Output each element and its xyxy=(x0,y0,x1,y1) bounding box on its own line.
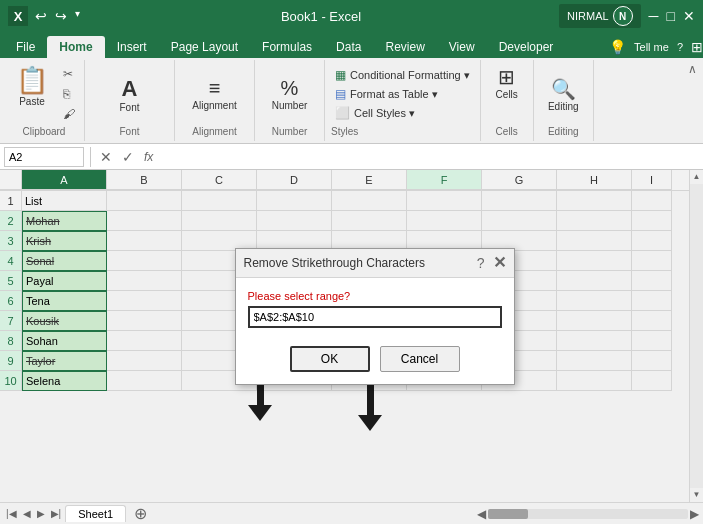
scroll-track[interactable] xyxy=(690,184,703,488)
grid-cell[interactable]: List xyxy=(22,191,107,211)
cells-btn[interactable]: ⊞ Cells xyxy=(487,62,527,103)
grid-cell[interactable] xyxy=(182,191,257,211)
tab-formulas[interactable]: Formulas xyxy=(250,36,324,58)
alignment-btn[interactable]: ≡ Alignment xyxy=(186,74,242,114)
tab-page-layout[interactable]: Page Layout xyxy=(159,36,250,58)
dialog-cancel-btn[interactable]: Cancel xyxy=(380,346,460,372)
grid-cell[interactable] xyxy=(557,371,632,391)
grid-cell[interactable]: Kousik xyxy=(22,311,107,331)
grid-cell[interactable] xyxy=(407,211,482,231)
confirm-formula-btn[interactable]: ✓ xyxy=(119,149,137,165)
hscroll-right[interactable]: ▶ xyxy=(690,507,699,521)
grid-cell[interactable]: Payal xyxy=(22,271,107,291)
grid-cell[interactable] xyxy=(107,291,182,311)
grid-cell[interactable] xyxy=(107,211,182,231)
tell-me[interactable]: Tell me xyxy=(634,41,669,53)
conditional-formatting-btn[interactable]: ▦ Conditional Formatting ▾ xyxy=(331,66,474,84)
grid-cell[interactable] xyxy=(632,251,672,271)
tab-insert[interactable]: Insert xyxy=(105,36,159,58)
grid-cell[interactable] xyxy=(557,191,632,211)
maximize-btn[interactable]: □ xyxy=(667,8,675,24)
grid-cell[interactable] xyxy=(107,231,182,251)
name-box[interactable] xyxy=(4,147,84,167)
grid-cell[interactable] xyxy=(107,271,182,291)
grid-cell[interactable] xyxy=(557,251,632,271)
grid-cell[interactable] xyxy=(632,311,672,331)
ribbon-expand-btn[interactable]: ∧ xyxy=(688,62,697,76)
share-icon[interactable]: ⊞ xyxy=(691,39,703,55)
sheet-nav-prev[interactable]: ◀ xyxy=(21,508,33,519)
grid-cell[interactable] xyxy=(482,211,557,231)
grid-cell[interactable]: Mohan xyxy=(22,211,107,231)
tab-home[interactable]: Home xyxy=(47,36,104,58)
vertical-scrollbar[interactable]: ▲ ▼ xyxy=(689,170,703,502)
dialog-ok-btn[interactable]: OK xyxy=(290,346,370,372)
grid-cell[interactable] xyxy=(257,211,332,231)
grid-cell[interactable] xyxy=(107,311,182,331)
sheet-nav-last[interactable]: ▶| xyxy=(49,508,64,519)
grid-cell[interactable] xyxy=(557,271,632,291)
grid-cell[interactable] xyxy=(632,211,672,231)
minimize-btn[interactable]: ─ xyxy=(649,8,659,24)
grid-cell[interactable] xyxy=(107,331,182,351)
grid-cell[interactable] xyxy=(632,291,672,311)
tab-data[interactable]: Data xyxy=(324,36,373,58)
format-painter-btn[interactable]: 🖌 xyxy=(60,106,78,122)
cut-btn[interactable]: ✂ xyxy=(60,66,78,82)
grid-cell[interactable] xyxy=(332,211,407,231)
grid-cell[interactable]: Selena xyxy=(22,371,107,391)
dialog-range-input[interactable] xyxy=(248,306,502,328)
cancel-formula-btn[interactable]: ✕ xyxy=(97,149,115,165)
user-info[interactable]: NIRMAL N xyxy=(559,4,641,28)
grid-cell[interactable] xyxy=(632,191,672,211)
grid-cell[interactable] xyxy=(557,311,632,331)
grid-cell[interactable]: Sonal xyxy=(22,251,107,271)
grid-cell[interactable] xyxy=(557,291,632,311)
grid-cell[interactable] xyxy=(107,191,182,211)
grid-cell[interactable] xyxy=(482,191,557,211)
number-btn[interactable]: % Number xyxy=(266,74,314,114)
grid-cell[interactable] xyxy=(557,331,632,351)
grid-cell[interactable] xyxy=(632,351,672,371)
format-as-table-btn[interactable]: ▤ Format as Table ▾ xyxy=(331,85,474,103)
hscroll-track[interactable] xyxy=(488,509,688,519)
grid-cell[interactable] xyxy=(182,211,257,231)
hscroll-left[interactable]: ◀ xyxy=(477,507,486,521)
grid-cell[interactable]: Tena xyxy=(22,291,107,311)
redo-btn[interactable]: ↪ xyxy=(52,8,70,24)
help-icon[interactable]: ? xyxy=(677,41,683,53)
grid-cell[interactable] xyxy=(107,371,182,391)
editing-btn[interactable]: 🔍 Editing xyxy=(542,74,585,115)
grid-cell[interactable] xyxy=(632,371,672,391)
cell-styles-btn[interactable]: ⬜ Cell Styles ▾ xyxy=(331,104,474,122)
undo-btn[interactable]: ↩ xyxy=(32,8,50,24)
sheet-nav-first[interactable]: |◀ xyxy=(4,508,19,519)
scroll-up-btn[interactable]: ▲ xyxy=(690,170,703,184)
grid-cell[interactable] xyxy=(557,351,632,371)
insert-function-btn[interactable]: fx xyxy=(141,150,156,164)
scroll-down-btn[interactable]: ▼ xyxy=(690,488,703,502)
grid-cell[interactable] xyxy=(632,271,672,291)
copy-btn[interactable]: ⎘ xyxy=(60,86,78,102)
grid-cell[interactable] xyxy=(557,231,632,251)
quick-access-more[interactable]: ▾ xyxy=(72,8,83,24)
grid-cell[interactable] xyxy=(257,191,332,211)
grid-cell[interactable]: Sohan xyxy=(22,331,107,351)
dialog-close-btn[interactable]: ✕ xyxy=(493,255,506,271)
grid-cell[interactable] xyxy=(107,351,182,371)
grid-cell[interactable] xyxy=(557,211,632,231)
add-sheet-btn[interactable]: ⊕ xyxy=(128,504,153,523)
font-btn[interactable]: A Font xyxy=(110,73,150,116)
grid-cell[interactable] xyxy=(107,251,182,271)
grid-cell[interactable] xyxy=(332,191,407,211)
hscroll-thumb[interactable] xyxy=(488,509,528,519)
grid-cell[interactable] xyxy=(632,231,672,251)
grid-cell[interactable] xyxy=(407,191,482,211)
grid-cell[interactable]: Taylor xyxy=(22,351,107,371)
dialog-help-btn[interactable]: ? xyxy=(477,255,485,271)
tab-view[interactable]: View xyxy=(437,36,487,58)
grid-cell[interactable] xyxy=(632,331,672,351)
tab-file[interactable]: File xyxy=(4,36,47,58)
sheet-nav-next[interactable]: ▶ xyxy=(35,508,47,519)
sheet-tab-sheet1[interactable]: Sheet1 xyxy=(65,505,126,522)
